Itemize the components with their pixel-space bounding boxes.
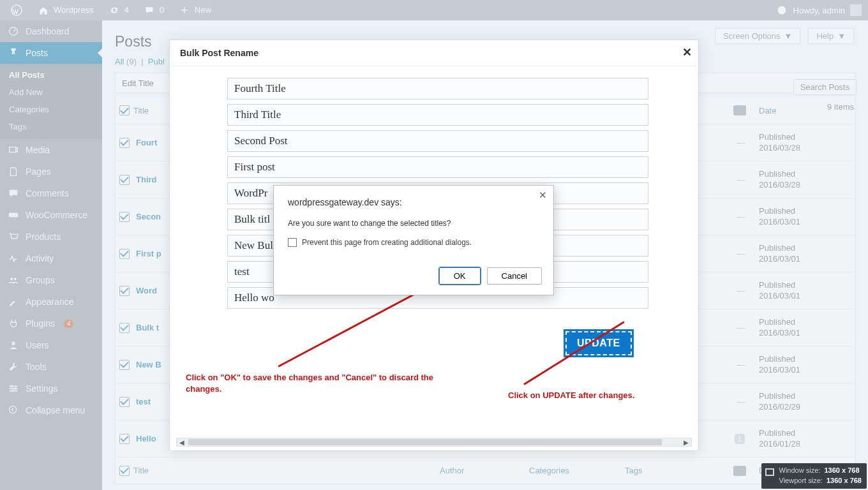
- col-comments[interactable]: [721, 105, 759, 115]
- admin-sidebar: DashboardPostsAll PostsAdd NewCategories…: [0, 20, 102, 490]
- title-input-1[interactable]: Third Title: [227, 104, 648, 126]
- sidebar-item-media[interactable]: Media: [0, 139, 102, 161]
- submenu-tags[interactable]: Tags: [0, 118, 102, 135]
- dialog-message: Are you sure want to change the selected…: [288, 219, 541, 228]
- update-badge: 4: [64, 320, 74, 328]
- sidebar-item-products[interactable]: Products: [0, 226, 102, 248]
- scroll-left-icon[interactable]: ◀: [177, 438, 187, 446]
- modal-scrollbar[interactable]: ◀ ▶: [176, 438, 692, 447]
- sidebar-item-dashboard[interactable]: Dashboard: [0, 20, 102, 42]
- row-checkbox[interactable]: [119, 249, 130, 259]
- svg-point-5: [10, 278, 13, 280]
- sidebar-item-groups[interactable]: Groups: [0, 269, 102, 291]
- post-date: Published2016/01/28: [759, 428, 855, 450]
- row-checkbox[interactable]: [119, 175, 130, 185]
- sidebar-item-woocommerce[interactable]: WooCommerce: [0, 204, 102, 226]
- sidebar-item-tools[interactable]: Tools: [0, 356, 102, 378]
- new-content[interactable]: New: [173, 0, 216, 20]
- row-checkbox[interactable]: [119, 212, 130, 222]
- sidebar-item-appearance[interactable]: Appearance: [0, 291, 102, 313]
- cart-icon: [8, 231, 19, 242]
- filter-published[interactable]: Publ: [148, 57, 165, 66]
- row-checkbox[interactable]: [119, 323, 130, 333]
- tool-icon: [8, 361, 19, 373]
- chevron-down-icon: ▼: [784, 31, 793, 41]
- comment-count[interactable]: 1: [735, 434, 745, 444]
- sidebar-item-settings[interactable]: Settings: [0, 378, 102, 399]
- table-foot: Title Author Categories Tags Date: [116, 457, 855, 484]
- admin-bar: Wordpress 4 0 New Howdy, admin: [0, 0, 868, 20]
- svg-point-11: [11, 385, 13, 388]
- search-posts-button[interactable]: Search Posts: [793, 79, 857, 95]
- dialog-origin: wordpressgateway.dev says:: [288, 197, 541, 207]
- dialog-close-button[interactable]: ✕: [539, 189, 547, 201]
- home-icon: [37, 4, 50, 17]
- sidebar-item-activity[interactable]: Activity: [0, 248, 102, 269]
- scrollbar-thumb[interactable]: [188, 439, 662, 445]
- post-date: Published2016/03/01: [759, 354, 855, 376]
- cancel-button[interactable]: Cancel: [487, 267, 542, 285]
- collapse-label: Collapse menu: [26, 405, 85, 415]
- submenu-add-new[interactable]: Add New: [0, 84, 102, 101]
- updates[interactable]: 4: [103, 0, 134, 20]
- svg-point-12: [14, 387, 17, 390]
- svg-point-13: [11, 390, 14, 392]
- title-input-0[interactable]: Fourth Title: [227, 78, 648, 100]
- submenu-categories[interactable]: Categories: [0, 101, 102, 118]
- viewport-size-badge: Window size: 868 x 490 Viewport size: 1…: [761, 463, 867, 489]
- avatar[interactable]: [850, 4, 862, 16]
- row-checkbox[interactable]: [119, 360, 130, 370]
- collapse-icon: [8, 405, 19, 416]
- pin-icon: [8, 47, 19, 59]
- edit-title-action[interactable]: Edit Title: [116, 78, 160, 88]
- screen-options-tab[interactable]: Screen Options ▼: [715, 28, 800, 44]
- comment-icon: [143, 4, 156, 17]
- help-tab[interactable]: Help ▼: [808, 28, 854, 44]
- select-all-checkbox[interactable]: [119, 105, 130, 115]
- sidebar-item-posts[interactable]: Posts: [0, 42, 102, 64]
- collapse-menu[interactable]: Collapse menu: [0, 399, 102, 421]
- comments-count[interactable]: 0: [138, 0, 169, 20]
- woo-icon: [8, 209, 19, 221]
- page-icon: [8, 166, 19, 177]
- media-icon: [8, 144, 19, 156]
- confirm-dialog: ✕ wordpressgateway.dev says: Are you sur…: [273, 185, 554, 295]
- refresh-icon: [108, 4, 121, 17]
- site-home[interactable]: Wordpress: [32, 0, 99, 20]
- notice-icon[interactable]: [775, 4, 788, 17]
- svg-point-14: [9, 406, 16, 413]
- title-input-3[interactable]: First post: [227, 156, 648, 178]
- ok-button[interactable]: OK: [439, 267, 481, 285]
- plugin-icon: [8, 318, 19, 329]
- filter-all[interactable]: All (9): [115, 57, 137, 66]
- title-input-2[interactable]: Second Post: [227, 130, 648, 152]
- modal-close-button[interactable]: ✕: [682, 45, 692, 59]
- comment-icon: [8, 188, 19, 199]
- prevent-dialogs-checkbox[interactable]: Prevent this page from creating addition…: [288, 238, 541, 247]
- sidebar-item-users[interactable]: Users: [0, 334, 102, 356]
- annotation-update: Click on UPDATE after changes.: [508, 390, 634, 401]
- sidebar-item-plugins[interactable]: Plugins4: [0, 313, 102, 334]
- svg-rect-4: [9, 212, 18, 217]
- post-date: Published2016/03/01: [759, 280, 855, 302]
- dashboard-icon: [8, 26, 19, 37]
- post-date: Published2016/03/01: [759, 243, 855, 265]
- howdy[interactable]: Howdy, admin: [793, 6, 845, 15]
- select-all-checkbox-bottom[interactable]: [119, 466, 130, 476]
- checkbox-icon: [288, 238, 297, 247]
- modal-title: Bulk Post Rename: [180, 48, 258, 58]
- post-date: Published2016/03/01: [759, 206, 855, 228]
- sidebar-item-comments[interactable]: Comments: [0, 182, 102, 204]
- row-checkbox[interactable]: [119, 286, 130, 296]
- sidebar-item-pages[interactable]: Pages: [0, 161, 102, 182]
- comment-icon: [733, 105, 746, 115]
- row-checkbox[interactable]: [119, 138, 130, 148]
- row-checkbox[interactable]: [119, 434, 130, 444]
- activity-icon: [8, 253, 19, 264]
- scroll-right-icon[interactable]: ▶: [681, 438, 691, 446]
- submenu-all-posts[interactable]: All Posts: [0, 66, 102, 84]
- wp-logo[interactable]: [5, 4, 28, 17]
- row-checkbox[interactable]: [119, 397, 130, 407]
- plus-icon: [178, 4, 191, 17]
- post-date: Published2016/03/28: [759, 132, 855, 154]
